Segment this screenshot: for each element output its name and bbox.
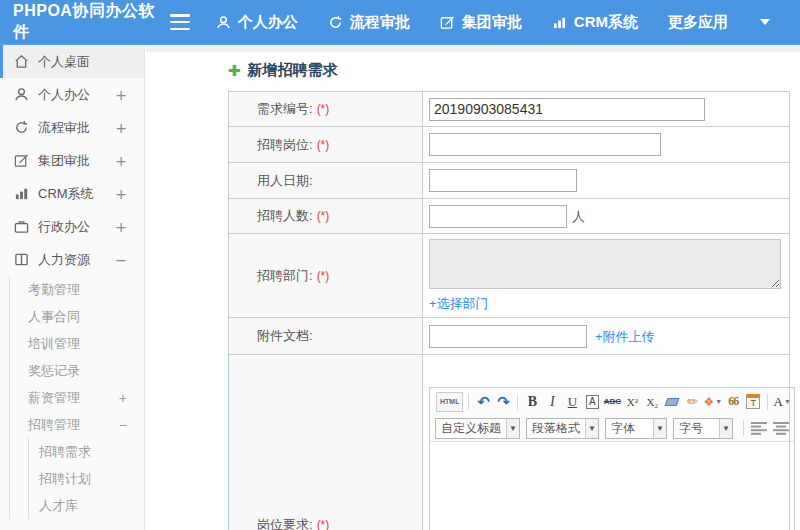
top-bar: PHPOA协同办公软件 个人办公 流程审批 集团审批 CRM系统	[0, 0, 800, 45]
toolbar-separator	[517, 394, 518, 410]
page-title-bar: ✚ 新增招聘需求	[228, 61, 800, 80]
hire-date-input[interactable]	[429, 169, 577, 192]
caret-down-icon: ▼	[506, 419, 519, 438]
back-color-button[interactable]: a▼	[793, 392, 794, 412]
group-approval-icon	[440, 15, 455, 30]
sidebar-item-recruit-plan[interactable]: 招聘计划	[29, 465, 144, 492]
nav-group-approval[interactable]: 集团审批	[440, 13, 522, 32]
expand-plus-icon[interactable]: +	[115, 219, 127, 235]
sidebar-item-hr[interactable]: 人力资源 −	[0, 243, 144, 276]
redo-icon[interactable]: ↷	[494, 392, 512, 412]
nav-personal-office[interactable]: 个人办公	[216, 13, 298, 32]
sidebar-item-personal-desktop[interactable]: 个人桌面	[0, 45, 144, 78]
field-label: 附件文档:	[257, 328, 313, 343]
process-icon	[14, 120, 29, 135]
expand-plus-icon[interactable]: +	[115, 186, 127, 202]
form-row: 岗位要求:(*) HTML ↶ ↷ B I U A ABC X²	[229, 355, 790, 530]
paste-table-icon[interactable]: T	[744, 392, 762, 412]
recruit-department-textarea[interactable]	[429, 239, 781, 289]
toolbar-separator	[468, 394, 469, 410]
editor-content-area[interactable]	[430, 442, 794, 530]
eraser-icon[interactable]	[663, 392, 681, 412]
attachment-input[interactable]	[429, 325, 587, 348]
doodle-color-icon[interactable]: ❖▼	[703, 392, 722, 412]
select-department-link[interactable]: +选择部门	[429, 296, 489, 311]
crm-chart-icon	[552, 15, 567, 30]
underline-button[interactable]: U	[563, 392, 581, 412]
demand-number-input[interactable]	[429, 98, 705, 121]
blockquote-icon[interactable]: 66	[724, 392, 742, 412]
align-left-icon[interactable]	[751, 422, 767, 435]
sidebar-item-hr-contract[interactable]: 人事合同	[10, 303, 144, 330]
editor-toolbar-row1: HTML ↶ ↷ B I U A ABC X² X₂ ✏	[430, 388, 794, 415]
superscript-button[interactable]: X²	[623, 392, 641, 412]
font-size-select[interactable]: 字号▼	[673, 418, 733, 439]
process-icon	[328, 15, 343, 30]
format-brush-icon[interactable]: ✏	[683, 392, 701, 412]
chart-icon	[14, 186, 29, 201]
required-mark: (*)	[317, 102, 330, 116]
nav-label: 流程审批	[350, 13, 410, 32]
subscript-button[interactable]: X₂	[643, 392, 661, 412]
expand-plus-icon[interactable]: +	[115, 120, 127, 136]
form-row: 附件文档: +附件上传	[229, 318, 790, 355]
person-icon	[216, 15, 231, 30]
nav-crm-system[interactable]: CRM系统	[552, 13, 638, 32]
sidebar-item-label: 人力资源	[38, 251, 90, 269]
bold-button[interactable]: B	[523, 392, 541, 412]
hr-submenu: 考勤管理 人事合同 培训管理 奖惩记录 薪资管理 + 招聘管理 − 招聘需求 招…	[9, 276, 144, 519]
rich-text-editor: HTML ↶ ↷ B I U A ABC X² X₂ ✏	[429, 387, 795, 530]
sidebar-item-recruitment[interactable]: 招聘管理 −	[10, 411, 144, 438]
font-family-select[interactable]: 字体▼	[605, 418, 667, 439]
sidebar-item-process-approval[interactable]: 流程审批 +	[0, 111, 144, 144]
expand-plus-icon[interactable]: +	[115, 153, 127, 169]
sidebar-item-label: 流程审批	[38, 119, 90, 137]
attachment-upload-link[interactable]: +附件上传	[595, 329, 655, 344]
recruit-position-input[interactable]	[429, 133, 661, 156]
field-label: 招聘部门:	[257, 268, 313, 283]
sidebar-item-label: 个人办公	[38, 86, 90, 104]
expand-plus-icon[interactable]: +	[115, 87, 127, 103]
char-border-button[interactable]: A	[586, 395, 599, 409]
caret-down-icon: ▼	[653, 419, 666, 438]
content-top-strip	[146, 45, 800, 52]
custom-title-select[interactable]: 自定义标题▼	[435, 418, 520, 439]
page-title: 新增招聘需求	[248, 61, 338, 80]
collapse-minus-icon[interactable]: −	[115, 252, 127, 268]
edit-icon	[14, 153, 29, 168]
sidebar-item-recruit-demand[interactable]: 招聘需求	[29, 438, 144, 465]
field-label: 用人日期:	[257, 173, 313, 188]
sidebar-item-training[interactable]: 培训管理	[10, 330, 144, 357]
align-center-icon[interactable]	[773, 422, 789, 435]
headcount-input[interactable]	[429, 205, 567, 228]
person-icon	[14, 87, 29, 102]
html-source-button[interactable]: HTML	[436, 392, 463, 412]
sidebar-item-rewards[interactable]: 奖惩记录	[10, 357, 144, 384]
nav-process-approval[interactable]: 流程审批	[328, 13, 410, 32]
undo-icon[interactable]: ↶	[474, 392, 492, 412]
sidebar-item-personal-office[interactable]: 个人办公 +	[0, 78, 144, 111]
form-row: 招聘部门:(*) +选择部门	[229, 234, 790, 318]
required-mark: (*)	[317, 269, 330, 283]
top-nav: 个人办公 流程审批 集团审批 CRM系统 更多应用	[216, 13, 800, 32]
strikethrough-button[interactable]: ABC	[603, 392, 621, 412]
menu-toggle-icon[interactable]	[170, 14, 190, 30]
sidebar-item-salary[interactable]: 薪资管理 +	[10, 384, 144, 411]
sidebar-item-admin-office[interactable]: 行政办公 +	[0, 210, 144, 243]
sidebar-item-talent-pool[interactable]: 人才库	[29, 492, 144, 519]
font-color-button[interactable]: A▼	[773, 392, 791, 412]
sidebar-item-group-approval[interactable]: 集团审批 +	[0, 144, 144, 177]
field-label: 岗位要求:	[257, 517, 313, 530]
sidebar-item-attendance[interactable]: 考勤管理	[10, 276, 144, 303]
required-mark: (*)	[317, 138, 330, 152]
main-content: ✚ 新增招聘需求 需求编号:(*) 招聘岗位:(*) 用人日期: 招聘人数:(*…	[146, 45, 800, 530]
more-apps-caret[interactable]	[758, 19, 770, 25]
sidebar-item-crm[interactable]: CRM系统 +	[0, 177, 144, 210]
paragraph-format-select[interactable]: 段落格式▼	[526, 418, 599, 439]
nav-label: 更多应用	[668, 13, 728, 32]
nav-more-apps[interactable]: 更多应用	[668, 13, 728, 32]
collapse-minus-icon[interactable]: −	[119, 417, 127, 433]
expand-plus-icon[interactable]: +	[119, 390, 127, 406]
form-row: 招聘岗位:(*)	[229, 127, 790, 163]
italic-button[interactable]: I	[543, 392, 561, 412]
